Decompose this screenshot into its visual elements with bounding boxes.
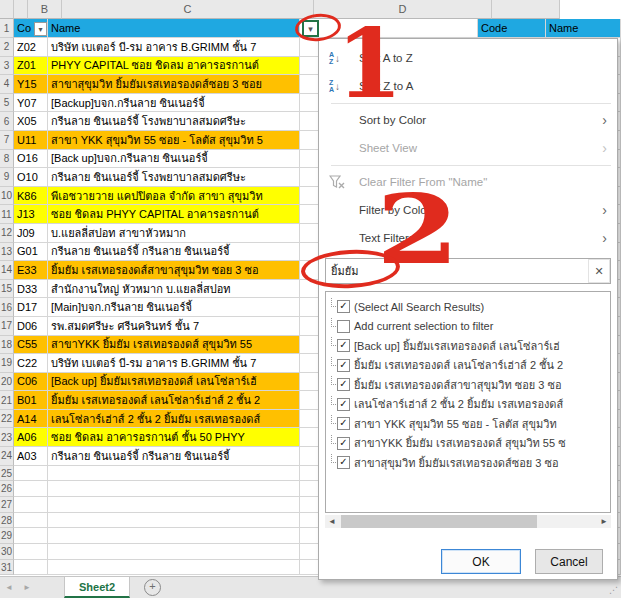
name-cell[interactable]: บ.แยลลี่สปอท สาขาหัวหมาก [48, 224, 300, 243]
filter-checklist-item[interactable]: ✓สาขา YKK สุขุมวิท 55 ซอย - โลตัส สุขุมว… [326, 414, 610, 434]
name-cell[interactable]: [Back up] ยิ้มยัมเรสเทอรองดส์ เลนโซ่ลาร์… [48, 373, 300, 392]
row-number-4[interactable]: 4 [0, 75, 14, 94]
code-cell[interactable]: Z02 [14, 38, 48, 57]
name-cell[interactable]: กรีนลาย ซินเนอร์จี้ โรงพยาบาลสมดศรีษะ [48, 168, 300, 187]
row-number-1[interactable]: 1 [0, 19, 14, 38]
name-cell[interactable]: ซอย ชิดลม PHYY CAPITAL อาคารอรกานต์ [48, 205, 300, 224]
checkbox-checked-icon[interactable]: ✓ [337, 437, 350, 450]
name-cell[interactable]: สาขาYKK ยิ้มยัม เรสเทอรองดส์ สุขุมวิท 55 [48, 336, 300, 355]
checkbox-checked-icon[interactable]: ✓ [337, 456, 350, 469]
add-sheet-button[interactable]: + [144, 579, 161, 596]
ok-button[interactable]: OK [441, 549, 521, 574]
name-cell[interactable]: [Backup]บจก.กรีนลาย ซินเนอร์จี้ [48, 94, 300, 113]
filter-checklist-item[interactable]: ✓สาขาYKK ยิ้มยัม เรสเทอรองดส์ สุขุมวิท 5… [326, 434, 610, 454]
filter-checklist-item[interactable]: ✓ยิ้มยัม เรสเทอรองดส์ เลนโซ่ลาร์เฮ่าส์ 2… [326, 356, 610, 376]
name-cell[interactable]: ซอย ชิดลม อาคารอรกานต์ ชั้น 50 PHYY [48, 428, 300, 447]
row-number-17[interactable]: 17 [0, 317, 14, 336]
clear-search-icon[interactable]: ✕ [588, 259, 610, 283]
grid-cell[interactable] [14, 513, 48, 529]
row-number-9[interactable]: 9 [0, 168, 14, 187]
name-cell[interactable]: กรีนลาย ซินเนอร์จี้ กรีนลาย ซินเนอร์จี้ [48, 447, 300, 466]
code-cell[interactable]: C06 [14, 373, 48, 392]
grid-cell[interactable] [48, 560, 300, 576]
row-number-6[interactable]: 6 [0, 112, 14, 131]
row-number-23[interactable]: 23 [0, 428, 14, 447]
row-number-11[interactable]: 11 [0, 205, 14, 224]
code-cell[interactable]: B01 [14, 391, 48, 410]
column-header-D[interactable]: D [314, 0, 492, 19]
menu-item-sort-z-to-a[interactable]: ZA↓Sort Z to A [319, 72, 617, 100]
checkbox-unchecked-icon[interactable] [337, 320, 350, 333]
menu-item-text-filters[interactable]: Text Filters› [319, 224, 617, 252]
grid-cell[interactable] [14, 497, 48, 513]
filter-checklist-item[interactable]: ✓สาขาสุขุมวิท ยิ้มยัมเรสเทอรองดส์ซอย 3 ซ… [326, 453, 610, 473]
name-cell[interactable]: ยิ้มยัม เรสเทอรองดส์ เลนโซ่ลาร์เฮ่าส์ 2 … [48, 391, 300, 410]
row-number-26[interactable]: 26 [0, 481, 14, 497]
row-number-20[interactable]: 20 [0, 373, 14, 392]
code-cell[interactable]: O10 [14, 168, 48, 187]
code-cell[interactable]: A14 [14, 410, 48, 429]
filter-checklist-item[interactable]: ✓(Select All Search Results) [326, 297, 610, 317]
horizontal-scrollbar[interactable]: ◄ ► [325, 515, 611, 528]
name-cell[interactable]: บริษัท เบเตอร์ บี-รม อาคาร B.GRIMM ชั้น … [48, 354, 300, 373]
column-header-C[interactable]: C [62, 0, 314, 19]
column-header-e[interactable] [492, 0, 560, 19]
code-cell[interactable]: U11 [14, 131, 48, 150]
code-cell[interactable]: C22 [14, 354, 48, 373]
filter-checklist-item[interactable]: Add current selection to filter [326, 317, 610, 337]
checkbox-checked-icon[interactable]: ✓ [337, 398, 350, 411]
cancel-button[interactable]: Cancel [535, 549, 603, 574]
filter-checklist-item[interactable]: ✓[Back up] ยิ้มยัมเรสเทอรองดส์ เลนโซ่ลาร… [326, 336, 610, 356]
row-number-8[interactable]: 8 [0, 150, 14, 169]
code-cell[interactable]: D17 [14, 298, 48, 317]
menu-item-filter-by-color[interactable]: Filter by Color› [319, 196, 617, 224]
code-cell[interactable]: C55 [14, 336, 48, 355]
grid-cell[interactable] [48, 466, 300, 482]
row-number-10[interactable]: 10 [0, 187, 14, 206]
grid-cell[interactable] [14, 560, 48, 576]
checkbox-checked-icon[interactable]: ✓ [337, 359, 350, 372]
grid-cell[interactable] [48, 544, 300, 560]
name-cell[interactable]: สำนักงานใหญ่ หัวหมาก บ.แยลลี่สปอท [48, 280, 300, 299]
name-cell[interactable]: สาขา YKK สุขุมวิท 55 ซอย - โลตัส สุขุมวิ… [48, 131, 300, 150]
row-number-18[interactable]: 18 [0, 336, 14, 355]
filter-search-input[interactable]: ยิ้มยัม ✕ [325, 258, 611, 284]
column-header-B[interactable]: B [28, 0, 62, 19]
name-cell[interactable]: เลนโซ่ลาร์เฮ่าส์ 2 ชั้น 2 ยิ้มยัม เรสเทอ… [48, 410, 300, 429]
code-cell[interactable]: X05 [14, 112, 48, 131]
code-cell[interactable]: Y07 [14, 94, 48, 113]
row-number-7[interactable]: 7 [0, 131, 14, 150]
row-number-16[interactable]: 16 [0, 298, 14, 317]
grid-cell[interactable] [48, 481, 300, 497]
checkbox-checked-icon[interactable]: ✓ [337, 417, 350, 430]
code-cell[interactable]: J13 [14, 205, 48, 224]
filter-checklist-item[interactable]: ✓เลนโซ่ลาร์เฮ่าส์ 2 ชั้น 2 ยิ้มยัม เรสเท… [326, 395, 610, 415]
checkbox-checked-icon[interactable]: ✓ [337, 300, 350, 313]
row-number-25[interactable]: 25 [0, 466, 14, 482]
code-cell[interactable]: E33 [14, 261, 48, 280]
checkbox-checked-icon[interactable]: ✓ [337, 339, 350, 352]
name-cell[interactable]: ยิ้มยัม เรสเทอรองดส์สาขาสุขุมวิท ซอย 3 ซ… [48, 261, 300, 280]
name-cell[interactable]: [Back up]บจก.กรีนลาย ซินเนอร์จี้ [48, 150, 300, 169]
code-cell[interactable]: O16 [14, 150, 48, 169]
scrollbar-thumb[interactable] [341, 515, 537, 528]
code-cell[interactable]: D06 [14, 317, 48, 336]
scroll-right-icon[interactable]: ► [597, 515, 611, 528]
name-cell[interactable]: กรีนลาย ซินเนอร์จี้ กรีนลาย ซินเนอร์จี้ [48, 243, 300, 262]
row-number-28[interactable]: 28 [0, 513, 14, 529]
grid-cell[interactable] [14, 481, 48, 497]
grid-cell[interactable] [14, 466, 48, 482]
code-filter-dropdown-button[interactable]: ▾ [34, 22, 47, 36]
row-number-5[interactable]: 5 [0, 94, 14, 113]
row-number-3[interactable]: 3 [0, 57, 14, 76]
name-cell[interactable]: รพ.สมดศรีษะ ศรีนครินทร์ ชั้น 7 [48, 317, 300, 336]
cell-E1-name-header[interactable]: Name [546, 19, 621, 38]
row-number-27[interactable]: 27 [0, 497, 14, 513]
corner-cell[interactable] [0, 0, 14, 19]
filter-checklist-item[interactable]: ✓ยิ้มยัม เรสเทอรองดส์สาขาสุขุมวิท ซอย 3 … [326, 375, 610, 395]
code-cell[interactable]: A03 [14, 447, 48, 466]
checkbox-checked-icon[interactable]: ✓ [337, 378, 350, 391]
menu-item-sort-by-color[interactable]: Sort by Color› [319, 106, 617, 134]
tab-sheet2[interactable]: Sheet2 [64, 577, 130, 598]
cell-D1-code-header[interactable]: Code [478, 19, 546, 38]
